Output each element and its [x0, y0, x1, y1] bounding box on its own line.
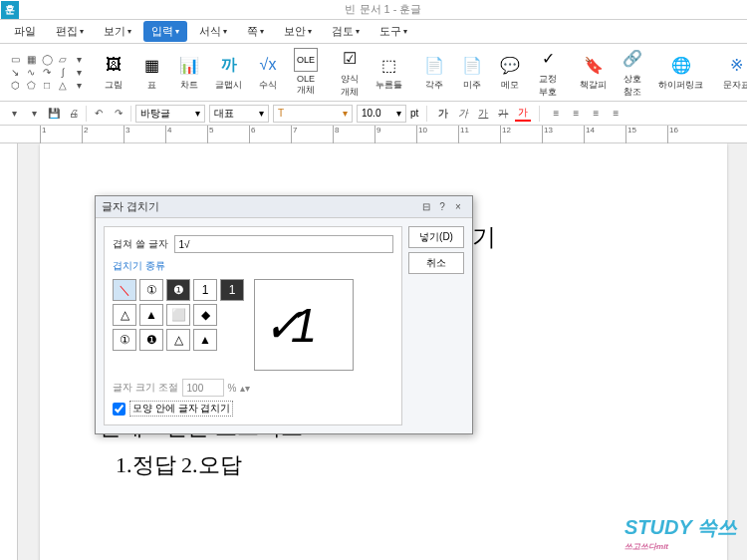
ribbon-table[interactable]: ▦표 — [133, 51, 169, 94]
tb-font-select[interactable]: T▾ — [273, 105, 353, 123]
overlap-inshape-checkbox[interactable] — [113, 403, 125, 416]
tb-fontunit: pt — [410, 108, 418, 119]
overlap-type-triangle[interactable]: △ — [113, 304, 136, 326]
dialog-close-icon[interactable]: × — [450, 199, 466, 215]
ruler-vertical[interactable] — [0, 143, 18, 560]
overlap-type-opt1[interactable]: ① — [113, 329, 136, 351]
size-spinner-icon[interactable]: ▴▾ — [240, 383, 250, 394]
ribbon-chart[interactable]: 📊차트 — [171, 51, 207, 94]
overlap-type-opt2[interactable]: ❶ — [139, 329, 163, 351]
dialog-help-icon[interactable]: ? — [434, 199, 450, 215]
ruler-horizontal[interactable]: 12345678910111213141516 — [0, 126, 747, 143]
ribbon: ▭▦◯▱▾ ↘∿↷∫▾ ⬡⬠□△▾ 🖼그림 ▦표 📊차트 까글맵시 √x수식 O… — [0, 44, 747, 102]
tb-underline[interactable]: 가 — [475, 106, 491, 122]
ribbon-memo[interactable]: 💬메모 — [492, 51, 528, 94]
overlap-dialog: 글자 겹치기 ⊟ ? × 겹쳐 쓸 글자 겹치기 종류 ＼ ① ❶ 1 1 — [95, 195, 473, 434]
ribbon-hyperlink[interactable]: 🌐하이퍼링크 — [652, 51, 709, 94]
ribbon-bookmark[interactable]: 🔖책갈피 — [574, 51, 613, 94]
overlap-type-diamond[interactable]: ⬜ — [166, 304, 190, 326]
tb-fontsize-select[interactable]: 10.0▾ — [357, 105, 406, 123]
menu-tools[interactable]: 도구▾ — [372, 21, 415, 42]
overlap-type-filled-diamond[interactable]: ◆ — [193, 304, 217, 326]
ribbon-xref[interactable]: 🔗상호 참조 — [615, 45, 650, 101]
overlap-inshape-label: 모양 안에 글자 겹치기 — [129, 401, 233, 417]
tb-print-icon[interactable]: 🖨 — [66, 106, 82, 122]
overlap-type-opt3[interactable]: △ — [166, 329, 190, 351]
size-input[interactable]: 100 — [182, 379, 224, 397]
ribbon-picture[interactable]: 🖼그림 — [96, 51, 131, 94]
tb-new-icon[interactable]: ▾ — [6, 106, 22, 122]
overlap-type-opt4[interactable]: ▲ — [193, 329, 217, 351]
overlap-type-filled-square[interactable]: 1 — [220, 279, 244, 301]
ribbon-special[interactable]: ※문자표 — [717, 51, 747, 94]
overlap-type-filled-circle[interactable]: ❶ — [166, 279, 190, 301]
menu-view[interactable]: 보기▾ — [96, 21, 139, 42]
dialog-titlebar[interactable]: 글자 겹치기 ⊟ ? × — [96, 196, 472, 218]
overlap-preview: 1 ✓ — [254, 279, 354, 371]
tb-italic[interactable]: 가 — [455, 106, 471, 122]
menu-input[interactable]: 입력▾ — [143, 21, 187, 42]
dialog-insert-button[interactable]: 넣기(D) — [408, 226, 464, 248]
ribbon-shapes-gallery[interactable]: ▭▦◯▱▾ ↘∿↷∫▾ ⬡⬠□△▾ — [6, 52, 88, 93]
tb-rep-select[interactable]: 대표▾ — [209, 105, 269, 123]
dialog-minimize-icon[interactable]: ⊟ — [418, 199, 434, 215]
doc-text-line3: 1.정답 2.오답 — [116, 450, 242, 480]
toolbar-secondary: ▾ ▾ 💾 🖨 ↶ ↷ 바탕글▾ 대표▾ T▾ 10.0▾ pt 가 가 가 가… — [0, 102, 747, 126]
tb-bold[interactable]: 가 — [435, 106, 451, 122]
ribbon-ole[interactable]: OLEOLE 개체 — [288, 46, 324, 99]
tb-save-icon[interactable]: 💾 — [46, 106, 62, 122]
overlap-type-square[interactable]: 1 — [193, 279, 217, 301]
ribbon-textart[interactable]: 까글맵시 — [209, 51, 248, 94]
tb-style-select[interactable]: 바탕글▾ — [135, 105, 205, 123]
dialog-title-text: 글자 겹치기 — [102, 199, 159, 214]
ribbon-endnote[interactable]: 📄미주 — [454, 51, 490, 94]
tb-undo-icon[interactable]: ↶ — [91, 106, 107, 122]
ribbon-formula[interactable]: √x수식 — [250, 51, 286, 94]
menu-format[interactable]: 서식▾ — [191, 21, 235, 42]
size-unit: % — [228, 383, 237, 394]
app-icon: 훈 — [1, 1, 19, 19]
menu-file[interactable]: 파일 — [6, 21, 44, 42]
ribbon-form[interactable]: ☑양식 개체 — [332, 45, 368, 101]
ribbon-section[interactable]: ⬚누름틀 — [370, 51, 408, 94]
watermark: STUDY 쓱쓰 쓰고쓰다mit — [624, 514, 737, 552]
tb-strike[interactable]: 가 — [495, 106, 511, 122]
tb-redo-icon[interactable]: ↷ — [111, 106, 126, 122]
tb-align-right-icon[interactable]: ≡ — [588, 106, 604, 122]
titlebar: 훈 빈 문서 1 - 훈글 — [0, 0, 747, 20]
menu-security[interactable]: 보안▾ — [276, 21, 320, 42]
menu-edit[interactable]: 편집▾ — [48, 21, 92, 42]
window-title: 빈 문서 1 - 훈글 — [20, 2, 747, 17]
menu-page[interactable]: 쪽▾ — [239, 21, 272, 42]
overlap-input-label: 겹쳐 쓸 글자 — [113, 237, 168, 251]
menubar: 파일 편집▾ 보기▾ 입력▾ 서식▾ 쪽▾ 보안▾ 검토▾ 도구▾ — [0, 20, 747, 44]
tb-color[interactable]: 가 — [515, 106, 531, 122]
dialog-cancel-button[interactable]: 취소 — [408, 252, 464, 274]
menu-review[interactable]: 검토▾ — [324, 21, 368, 42]
tb-align-center-icon[interactable]: ≡ — [568, 106, 584, 122]
overlap-section-label: 겹치기 종류 — [113, 259, 393, 273]
overlap-type-none[interactable]: ＼ — [113, 279, 136, 301]
tb-align-left-icon[interactable]: ≡ — [548, 106, 564, 122]
ribbon-footnote[interactable]: 📄각주 — [416, 51, 452, 94]
ribbon-proof[interactable]: ✓교정 부호 — [530, 45, 566, 101]
tb-align-justify-icon[interactable]: ≡ — [608, 106, 623, 122]
size-label: 글자 크기 조절 — [113, 381, 178, 395]
overlap-input[interactable] — [174, 235, 393, 253]
tb-open-icon[interactable]: ▾ — [26, 106, 42, 122]
overlap-type-circle[interactable]: ① — [139, 279, 163, 301]
overlap-type-filled-triangle[interactable]: ▲ — [139, 304, 163, 326]
